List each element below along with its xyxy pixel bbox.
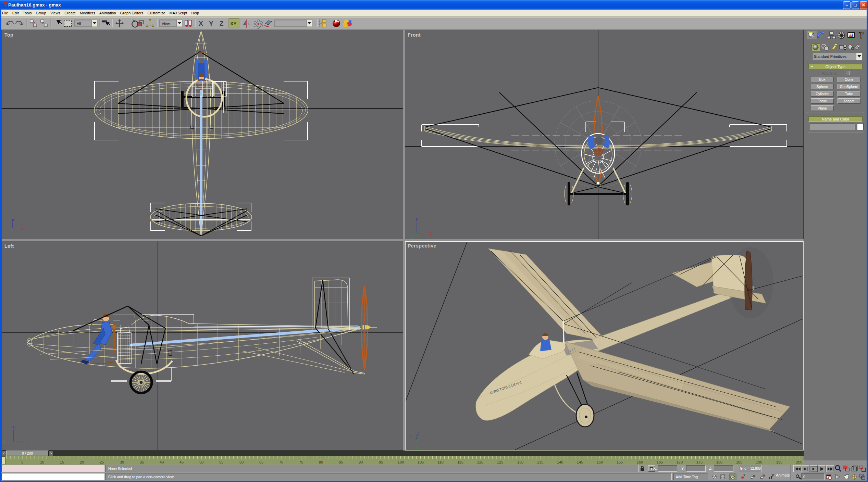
- svg-text:y: y: [417, 444, 420, 449]
- svg-text:20: 20: [80, 460, 84, 464]
- svg-text:130: 130: [517, 460, 523, 464]
- svg-text:70: 70: [279, 460, 283, 464]
- svg-text:View: View: [162, 22, 170, 26]
- svg-text:105: 105: [418, 460, 424, 464]
- svg-text:y: y: [411, 233, 414, 239]
- svg-text:XY: XY: [230, 21, 237, 26]
- svg-text:x: x: [23, 439, 25, 444]
- svg-text:155: 155: [617, 460, 623, 464]
- svg-text:195: 195: [776, 460, 782, 464]
- svg-text:5: 5: [21, 460, 23, 464]
- svg-text:55: 55: [219, 460, 223, 464]
- svg-text:95: 95: [379, 460, 383, 464]
- svg-text:40: 40: [160, 460, 164, 464]
- svg-text:80: 80: [319, 460, 323, 464]
- svg-text:Y: Y: [209, 20, 213, 27]
- svg-text:All: All: [77, 22, 81, 26]
- svg-text:y: y: [12, 217, 14, 222]
- svg-text:115: 115: [457, 460, 463, 464]
- svg-text:35: 35: [140, 460, 144, 464]
- svg-text:F: F: [772, 474, 774, 477]
- svg-text:190: 190: [756, 460, 762, 464]
- svg-text:x: x: [21, 226, 24, 231]
- svg-text:30: 30: [120, 460, 124, 464]
- svg-text:200: 200: [796, 460, 802, 464]
- svg-text:140: 140: [557, 460, 563, 464]
- svg-text:120: 120: [477, 460, 483, 464]
- svg-text:90: 90: [359, 460, 363, 464]
- svg-text:170: 170: [677, 460, 683, 464]
- svg-text:65: 65: [259, 460, 263, 464]
- svg-text:85: 85: [339, 460, 343, 464]
- svg-text:45: 45: [179, 460, 184, 464]
- svg-text:165: 165: [657, 460, 663, 464]
- svg-text:160: 160: [637, 460, 643, 464]
- svg-text:x: x: [410, 433, 413, 439]
- svg-text:z: z: [416, 216, 418, 221]
- svg-text:3: 3: [743, 474, 745, 477]
- svg-text:100: 100: [398, 460, 404, 464]
- svg-text:145: 145: [577, 460, 583, 464]
- svg-text:10: 10: [40, 460, 44, 464]
- svg-text:135: 135: [537, 460, 543, 464]
- svg-text:150: 150: [597, 460, 603, 464]
- svg-text:75: 75: [299, 460, 303, 464]
- svg-text:15: 15: [60, 460, 64, 464]
- svg-text:Z: Z: [220, 20, 224, 27]
- svg-text:180: 180: [716, 460, 722, 464]
- svg-text:X: X: [199, 20, 203, 27]
- svg-text:60: 60: [239, 460, 244, 464]
- svg-text:50: 50: [199, 460, 203, 464]
- svg-text:%: %: [762, 474, 765, 477]
- svg-text:z: z: [12, 425, 15, 430]
- svg-text:125: 125: [497, 460, 503, 464]
- svg-text:x: x: [430, 231, 432, 236]
- svg-text:z: z: [417, 429, 420, 434]
- svg-text:185: 185: [736, 460, 742, 464]
- svg-text:175: 175: [696, 460, 703, 464]
- svg-text:110: 110: [437, 460, 444, 464]
- svg-text:25: 25: [100, 460, 104, 464]
- svg-text:y: y: [3, 439, 5, 444]
